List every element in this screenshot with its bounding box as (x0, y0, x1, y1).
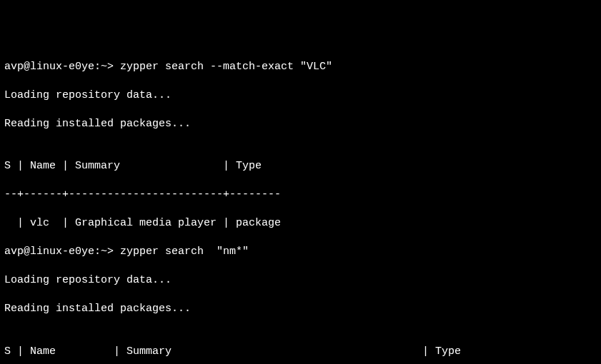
prompt-userhost: avp@linux-e0ye (4, 61, 94, 73)
command-text[interactable]: zypper search --match-exact "VLC" (114, 61, 332, 73)
prompt-userhost: avp@linux-e0ye (4, 246, 94, 258)
table1-divider: --+------+------------------------+-----… (4, 188, 597, 202)
loading-line-2: Loading repository data... (4, 273, 597, 288)
prompt-sep: :~> (94, 61, 114, 73)
prompt-line-2: avp@linux-e0ye:~> zypper search "nm*" (4, 245, 597, 259)
prompt-sep: :~> (94, 246, 114, 258)
prompt-line-1: avp@linux-e0ye:~> zypper search --match-… (4, 60, 597, 74)
table2-header: S | Name | Summary | Type (4, 345, 597, 359)
reading-line: Reading installed packages... (4, 117, 597, 131)
command-text[interactable]: zypper search "nm*" (114, 246, 249, 258)
table1-header: S | Name | Summary | Type (4, 159, 597, 173)
loading-line: Loading repository data... (4, 89, 597, 103)
reading-line-2: Reading installed packages... (4, 302, 597, 316)
table1-row: | vlc | Graphical media player | package (4, 216, 597, 231)
